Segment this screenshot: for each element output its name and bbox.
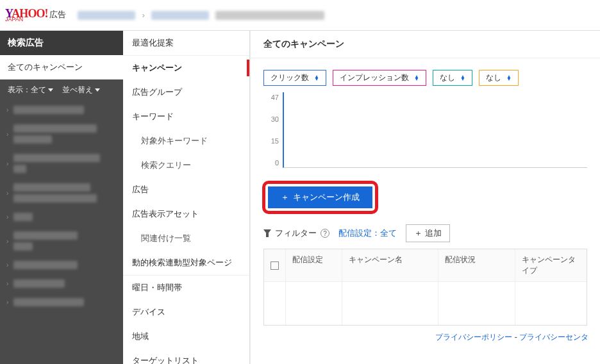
- page-title: 全てのキャンペーン: [251, 31, 600, 58]
- chevron-down-icon: [95, 88, 100, 92]
- nav-item[interactable]: 最適化提案: [123, 31, 249, 55]
- nav-item[interactable]: 対象外キーワード: [123, 129, 249, 153]
- highlight-ring: ＋キャンペーン作成: [262, 181, 378, 214]
- table-body: [264, 281, 587, 325]
- nav-item[interactable]: 関連付け一覧: [123, 226, 249, 251]
- nav-sidebar: 最適化提案キャンペーン広告グループキーワード対象外キーワード検索クエリー広告広告…: [123, 31, 250, 364]
- col-campaign-type[interactable]: キャンペーンタイプ: [515, 249, 587, 281]
- chart-plot-area: [283, 92, 587, 168]
- campaign-list-item[interactable]: ›: [0, 274, 123, 293]
- sort-icon: [314, 76, 319, 81]
- nav-item[interactable]: キャンペーン: [123, 55, 249, 80]
- main-panel: 全てのキャンペーン クリック数インプレッション数なしなし 4730150 ＋キャ…: [250, 31, 600, 364]
- nav-item[interactable]: 検索クエリー: [123, 153, 249, 178]
- plus-icon: ＋: [281, 192, 289, 203]
- select-all-checkbox[interactable]: [271, 261, 279, 270]
- add-button[interactable]: ＋ 追加: [406, 224, 450, 242]
- campaign-list-item[interactable]: ›: [0, 226, 123, 256]
- campaign-list-item[interactable]: ›: [0, 149, 123, 178]
- table-header-row: 配信設定 キャンペーン名 配信状況 キャンペーンタイプ: [264, 249, 587, 281]
- sort-filter[interactable]: 並べ替え: [62, 85, 100, 95]
- metric-selector[interactable]: なし: [433, 70, 472, 86]
- nav-item[interactable]: 地域: [123, 324, 249, 349]
- filter-button[interactable]: フィルター?: [263, 228, 329, 239]
- breadcrumb-item[interactable]: [151, 11, 209, 20]
- sidebar-all-campaigns[interactable]: 全てのキャンペーン: [0, 55, 123, 79]
- sort-icon: [414, 76, 419, 81]
- nav-item[interactable]: 曜日・時間帯: [123, 275, 249, 300]
- breadcrumb-item: [215, 11, 324, 20]
- campaign-list-item[interactable]: ›: [0, 208, 123, 226]
- privacy-center-link[interactable]: プライバシーセンタ: [519, 333, 588, 342]
- distribution-filter[interactable]: 配信設定：全て: [338, 228, 397, 239]
- campaign-list-item[interactable]: ›: [0, 178, 123, 208]
- top-bar: YAHOO!広告 JAPAN ›: [0, 0, 600, 31]
- nav-item[interactable]: 広告表示アセット: [123, 202, 249, 226]
- breadcrumb: ›: [78, 10, 324, 20]
- sidebar-title: 検索広告: [0, 31, 123, 55]
- privacy-policy-link[interactable]: プライバシーポリシー: [435, 333, 512, 342]
- campaign-list-item[interactable]: ›: [0, 256, 123, 274]
- plus-icon: ＋: [414, 228, 425, 238]
- create-campaign-button[interactable]: ＋キャンペーン作成: [268, 186, 372, 208]
- nav-item[interactable]: 広告グループ: [123, 80, 249, 104]
- metric-selectors: クリック数インプレッション数なしなし: [251, 58, 600, 90]
- col-status[interactable]: 配信状況: [438, 249, 515, 281]
- funnel-icon: [263, 229, 271, 237]
- nav-item[interactable]: ターゲットリスト: [123, 349, 249, 364]
- metric-selector[interactable]: なし: [479, 70, 519, 86]
- display-filter[interactable]: 表示：全て: [8, 85, 53, 95]
- logo-ad-label: 広告: [49, 10, 66, 19]
- nav-item[interactable]: 動的検索連動型対象ページ: [123, 251, 249, 275]
- col-campaign-name[interactable]: キャンペーン名: [342, 249, 438, 281]
- left-sidebar: 検索広告 全てのキャンペーン 表示：全て 並べ替え › › › › › › › …: [0, 31, 123, 364]
- metric-selector[interactable]: インプレッション数: [333, 70, 426, 86]
- nav-item[interactable]: デバイス: [123, 300, 249, 324]
- nav-item[interactable]: 広告: [123, 178, 249, 202]
- campaign-list-item[interactable]: ›: [0, 101, 123, 119]
- help-icon[interactable]: ?: [321, 229, 329, 238]
- breadcrumb-item[interactable]: [78, 11, 135, 20]
- campaign-list-item[interactable]: ›: [0, 119, 123, 149]
- footer: プライバシーポリシー - プライバシーセンタ: [251, 326, 600, 349]
- chart: 4730150: [263, 92, 587, 168]
- nav-item[interactable]: キーワード: [123, 104, 249, 129]
- col-distribution[interactable]: 配信設定: [286, 249, 342, 281]
- sort-icon: [506, 76, 512, 81]
- metric-selector[interactable]: クリック数: [263, 70, 326, 86]
- campaign-table: 配信設定 キャンペーン名 配信状況 キャンペーンタイプ: [263, 249, 587, 326]
- toolbar: フィルター? 配信設定：全て ＋ 追加: [251, 218, 600, 249]
- chart-y-axis: 4730150: [263, 92, 283, 168]
- sort-icon: [460, 76, 465, 81]
- logo[interactable]: YAHOO!広告 JAPAN: [5, 8, 66, 22]
- chevron-down-icon: [48, 88, 53, 92]
- campaign-list-item[interactable]: ›: [0, 293, 123, 311]
